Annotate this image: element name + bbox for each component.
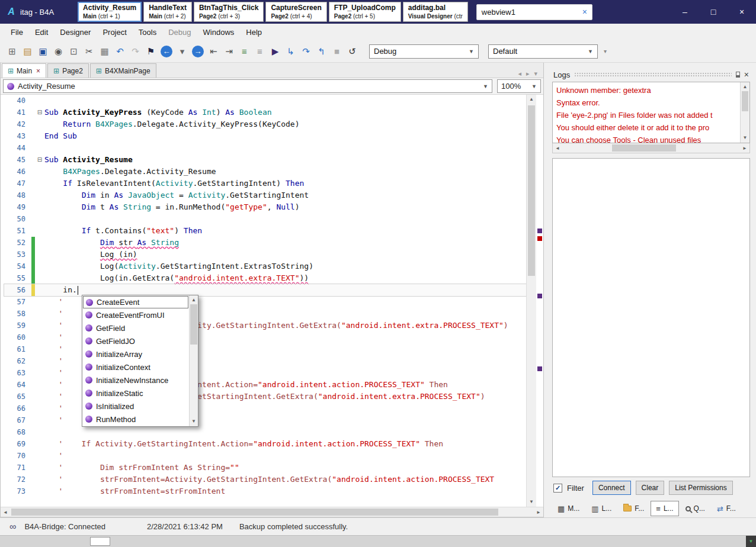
autocomplete-scrollbar[interactable]: ▲ ▼	[189, 295, 198, 426]
autocomplete-item[interactable]: InitializeNewInstance	[83, 374, 188, 387]
panel-tab-quick-search[interactable]: Q...	[680, 501, 710, 516]
rebuild-icon[interactable]: ↺	[345, 44, 360, 59]
code-line-53[interactable]: 53 Log (in)	[4, 249, 526, 260]
resume-icon[interactable]: ↳	[283, 44, 298, 59]
scroll-right-icon[interactable]: ►	[534, 507, 543, 517]
bookmark-icon[interactable]: ⚑	[143, 44, 158, 59]
scroll-left-icon[interactable]: ◄	[553, 143, 562, 153]
menu-file[interactable]: File	[5, 28, 29, 37]
menu-windows[interactable]: Windows	[197, 28, 241, 37]
search-input[interactable]: webview1 ×	[476, 4, 592, 20]
quick-tab-capturescreen[interactable]: CaptureScreenPage2 (ctrl + 4)	[265, 2, 326, 22]
autocomplete-item[interactable]: GetFieldJO	[83, 334, 188, 347]
code-line-73[interactable]: 73 ' strFromIntent=strFromIntent	[4, 485, 526, 497]
scrollbar-thumb[interactable]	[528, 105, 535, 276]
open-project-icon[interactable]: ▤	[20, 44, 35, 59]
scroll-down-icon[interactable]: ▼	[190, 417, 198, 426]
copy-icon[interactable]: ⊡	[66, 44, 81, 59]
code-line-69[interactable]: 69 ' If Activity.GetStartingIntent.Actio…	[4, 438, 526, 450]
tab-scroll-left-icon[interactable]: ◂	[518, 70, 521, 78]
paste-icon[interactable]: ▦	[97, 44, 112, 59]
logs-vertical-scrollbar[interactable]: ▲ ▼	[740, 82, 749, 143]
save-icon[interactable]: ▣	[36, 44, 50, 59]
zoom-combo[interactable]: 100% ▼	[497, 79, 541, 93]
stop-icon[interactable]: ■	[329, 44, 344, 59]
close-panel-icon[interactable]: ×	[744, 70, 749, 79]
connect-button[interactable]: Connect	[592, 481, 631, 495]
fold-toggle-icon[interactable]: ⊟	[35, 154, 44, 166]
autocomplete-item[interactable]: InitializeContext	[83, 361, 188, 374]
find-in-files-icon[interactable]: ◉	[51, 44, 66, 59]
autocomplete-item[interactable]: GetField	[83, 321, 188, 334]
new-module-icon[interactable]: ⊞	[5, 44, 20, 59]
member-selector-combo[interactable]: Activity_Resume ▼	[3, 79, 492, 93]
quick-tab-handletext[interactable]: HandleTextMain (ctrl + 2)	[143, 2, 192, 22]
panel-tab-logs[interactable]: ≡L...	[651, 501, 678, 516]
menu-tools[interactable]: Tools	[133, 28, 162, 37]
code-line-47[interactable]: 47 If IsRelevantIntent(Activity.GetStart…	[4, 178, 526, 189]
code-line-56[interactable]: 56 in.	[4, 284, 526, 296]
editor-tab-page2[interactable]: ⊞Page2	[47, 63, 89, 78]
code-line-68[interactable]: 68	[4, 426, 526, 438]
menu-debug[interactable]: Debug	[162, 28, 197, 37]
outdent-icon[interactable]: ⇤	[206, 44, 221, 59]
fold-toggle-icon[interactable]: ⊟	[35, 107, 44, 118]
panel-tab-find-all-references[interactable]: ⇄F...	[712, 501, 741, 516]
build-config-combo[interactable]: Default ▼	[488, 44, 598, 59]
step-into-icon[interactable]: ↰	[314, 44, 329, 59]
list-permissions-button[interactable]: List Permissions	[669, 481, 732, 495]
scroll-right-icon[interactable]: ►	[740, 143, 749, 153]
scroll-up-icon[interactable]: ▲	[190, 295, 198, 305]
scroll-down-icon[interactable]: ▼	[741, 133, 749, 143]
pin-icon[interactable]	[736, 72, 740, 78]
autocomplete-item[interactable]: IsInitialized	[83, 400, 188, 413]
editor-horizontal-scrollbar[interactable]: ◄ ►	[1, 507, 543, 517]
cut-icon[interactable]: ✂	[82, 44, 97, 59]
autocomplete-item[interactable]: CreateEvent	[83, 296, 188, 308]
panel-tab-layouts[interactable]: ▥L...	[586, 501, 617, 516]
scroll-up-icon[interactable]: ▲	[741, 82, 749, 92]
editor-vertical-scrollbar[interactable]: ▲ ▼	[526, 95, 536, 507]
quick-tab-additag.bal[interactable]: additag.balVisual Designer (ctr	[403, 2, 468, 22]
code-line-52[interactable]: 52 Dim str As String	[4, 237, 526, 249]
code-line-50[interactable]: 50	[4, 213, 526, 225]
minimize-button[interactable]: –	[671, 0, 699, 24]
scrollbar-thumb[interactable]	[11, 509, 498, 516]
navigate-forward-icon[interactable]: →	[192, 46, 204, 57]
scroll-corner[interactable]: ▼	[746, 536, 756, 547]
undo-icon[interactable]: ↶	[113, 44, 127, 59]
scroll-left-icon[interactable]: ◄	[1, 507, 10, 517]
quick-tab-btntagthis_click[interactable]: BtnTagThis_ClickPage2 (ctrl + 3)	[194, 2, 264, 22]
code-line-54[interactable]: 54 Log(Activity.GetStartingIntent.Extras…	[4, 260, 526, 272]
code-line-51[interactable]: 51 If t.Contains("text") Then	[4, 225, 526, 237]
code-line-45[interactable]: 45⊟Sub Activity_Resume	[4, 154, 526, 166]
close-tab-icon[interactable]: ×	[36, 67, 40, 75]
menu-help[interactable]: Help	[240, 28, 268, 37]
toolbar-overflow-icon[interactable]: ▾	[604, 48, 607, 54]
autocomplete-item[interactable]: RunMethod	[83, 413, 188, 426]
logs-horizontal-scrollbar[interactable]: ◄ ►	[552, 143, 750, 153]
code-line-42[interactable]: 42 Return B4XPages.Delegate.Activity_Key…	[4, 118, 526, 130]
comment-icon[interactable]: ≡	[237, 44, 252, 59]
autocomplete-item[interactable]: CreateEventFromUI	[83, 308, 188, 321]
code-line-46[interactable]: 46 B4XPages.Delegate.Activity_Resume	[4, 166, 526, 178]
debug-mode-combo[interactable]: Debug ▼	[369, 44, 479, 59]
tab-scroll-right-icon[interactable]: ▸	[526, 70, 530, 78]
tab-list-icon[interactable]: ▾	[534, 70, 537, 78]
code-line-70[interactable]: 70 '	[4, 450, 526, 462]
uncomment-icon[interactable]: ≡	[252, 44, 267, 59]
navigate-back-icon[interactable]: ←	[161, 46, 172, 57]
quick-tab-activity_resum[interactable]: Activity_ResumMain (ctrl + 1)	[78, 2, 142, 22]
editor-tab-main[interactable]: ⊞Main×	[2, 63, 46, 78]
code-line-48[interactable]: 48 Dim in As JavaObject = Activity.GetSt…	[4, 189, 526, 201]
logs-output[interactable]: Unknown member: getextraSyntax error.Fil…	[552, 82, 750, 143]
autocomplete-item[interactable]: InitializeArray	[83, 347, 188, 361]
code-text-area[interactable]: 4041⊟Sub Activity_KeyPress (KeyCode As I…	[1, 95, 526, 507]
editor-tab-b4xmainpage[interactable]: ⊞B4XMainPage	[90, 63, 156, 78]
menu-project[interactable]: Project	[97, 28, 132, 37]
indent-icon[interactable]: ⇥	[222, 44, 236, 59]
code-line-44[interactable]: 44	[4, 142, 526, 154]
redo-icon[interactable]: ↷	[128, 44, 143, 59]
panel-tab-modules[interactable]: ▦M...	[552, 501, 585, 516]
code-line-72[interactable]: 72 ' strFromIntent=Activity.GetStartingI…	[4, 474, 526, 485]
